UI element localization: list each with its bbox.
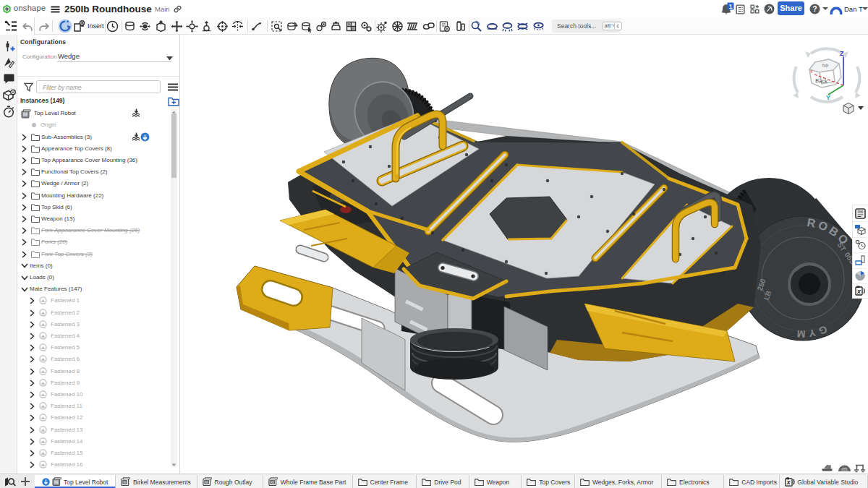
svg-text:Top: Top — [821, 63, 829, 68]
svg-text:x: x — [810, 69, 813, 74]
svg-text:1: 1 — [729, 3, 733, 10]
svg-text:Z: Z — [840, 50, 844, 57]
svg-text:?: ? — [812, 4, 817, 13]
svg-text:Y: Y — [826, 94, 830, 101]
svg-text:x: x — [856, 288, 861, 295]
svg-text:x: x — [786, 479, 791, 486]
